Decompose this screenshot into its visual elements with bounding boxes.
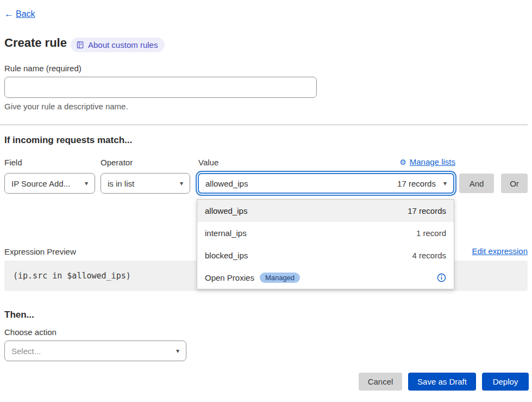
field-select-value: IP Source Add... xyxy=(11,179,70,188)
cancel-button[interactable]: Cancel xyxy=(359,373,402,391)
lists-dropdown: allowed_ips 17 records internal_ips 1 re… xyxy=(197,199,454,289)
chevron-down-icon: ▾ xyxy=(180,180,183,187)
match-section-heading: If incoming requests match... xyxy=(4,135,132,146)
manage-lists-label: Manage lists xyxy=(410,157,455,166)
choose-action-label: Choose action xyxy=(4,327,57,337)
list-item-blocked-ips[interactable]: blocked_ips 4 records xyxy=(197,244,454,267)
back-link-label: Back xyxy=(16,9,35,19)
manage-lists-link[interactable]: ⚙ Manage lists xyxy=(399,157,455,166)
operator-select[interactable]: is in list ▾ xyxy=(101,173,190,194)
list-item-name: allowed_ips xyxy=(205,206,247,215)
operator-label: Operator xyxy=(101,158,133,167)
list-item-internal-ips[interactable]: internal_ips 1 record xyxy=(197,222,454,244)
then-section-heading: Then... xyxy=(4,310,34,320)
about-custom-rules-badge[interactable]: About custom rules xyxy=(71,38,165,52)
list-item-name: blocked_ips xyxy=(205,251,248,260)
operator-select-value: is in list xyxy=(108,179,134,188)
list-item-record-count: 17 records xyxy=(408,206,446,215)
save-as-draft-button[interactable]: Save as Draft xyxy=(408,373,476,391)
value-select[interactable]: allowed_ips 17 records ▾ xyxy=(198,173,454,194)
rule-name-input[interactable] xyxy=(4,77,317,98)
rule-name-help-text: Give your rule a descriptive name. xyxy=(4,102,128,111)
deploy-button[interactable]: Deploy xyxy=(482,373,529,391)
about-badge-label: About custom rules xyxy=(88,40,158,50)
action-select-placeholder: Select... xyxy=(11,347,41,356)
value-label: Value xyxy=(198,158,218,167)
page-title: Create rule xyxy=(4,36,67,50)
action-select[interactable]: Select... ▾ xyxy=(4,341,186,361)
gear-icon: ⚙ xyxy=(399,158,406,166)
rule-name-label: Rule name (required) xyxy=(4,64,82,73)
chevron-down-icon: ▾ xyxy=(176,347,179,355)
or-button[interactable]: Or xyxy=(501,174,528,193)
chevron-down-icon: ▾ xyxy=(443,180,447,187)
expression-preview-label: Expression Preview xyxy=(4,247,76,256)
expression-code: (ip.src in $allowed_ips) xyxy=(13,271,131,281)
and-button[interactable]: And xyxy=(459,174,494,193)
edit-expression-link[interactable]: Edit expression xyxy=(472,246,528,256)
list-item-name: Open Proxies xyxy=(205,273,254,282)
list-item-open-proxies[interactable]: Open Proxies Managed xyxy=(197,267,454,289)
managed-badge: Managed xyxy=(260,273,300,283)
back-arrow-icon: ← xyxy=(4,9,14,20)
chevron-down-icon: ▾ xyxy=(85,180,88,187)
field-select[interactable]: IP Source Add... ▾ xyxy=(4,173,95,194)
list-item-record-count: 4 records xyxy=(412,251,446,260)
info-icon[interactable] xyxy=(437,273,446,282)
book-icon xyxy=(76,41,84,49)
field-label: Field xyxy=(4,158,22,167)
section-divider xyxy=(0,125,528,125)
back-link[interactable]: ← Back xyxy=(4,9,35,20)
list-item-record-count: 1 record xyxy=(416,228,446,238)
list-item-name: internal_ips xyxy=(205,228,247,238)
value-select-name: allowed_ips xyxy=(205,179,248,188)
list-item-allowed-ips[interactable]: allowed_ips 17 records xyxy=(197,200,454,222)
value-select-record-count: 17 records xyxy=(397,179,436,188)
